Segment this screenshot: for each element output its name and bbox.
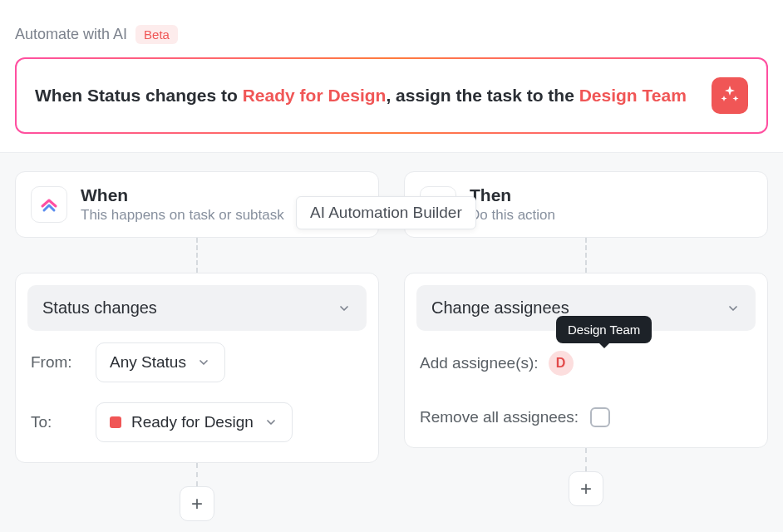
from-label: From: <box>31 353 82 372</box>
add-trigger-button[interactable]: + <box>180 486 214 521</box>
when-title: When <box>81 185 284 205</box>
connector-line <box>585 448 587 471</box>
when-body-card: Status changes From: Any Status To: <box>15 273 379 463</box>
to-label: To: <box>31 413 82 431</box>
to-row: To: Ready for Design <box>27 402 367 442</box>
when-app-icon <box>31 186 67 223</box>
sparkle-icon <box>720 84 740 107</box>
page-title: Automate with AI <box>15 26 127 43</box>
connector-line <box>196 238 198 273</box>
from-row: From: Any Status <box>27 342 367 382</box>
chevron-down-icon <box>263 415 278 430</box>
ai-prompt-bar[interactable]: When Status changes to Ready for Design,… <box>15 57 768 134</box>
connector-line <box>196 463 198 486</box>
then-body-card: Change assignees Design Team Add assigne… <box>404 273 768 448</box>
to-status-select[interactable]: Ready for Design <box>96 402 293 442</box>
plus-icon: + <box>191 492 203 515</box>
add-action-button[interactable]: + <box>569 471 603 506</box>
trigger-select-label: Status changes <box>42 298 157 318</box>
remove-assignees-label: Remove all assignees: <box>420 408 579 426</box>
add-assignee-row: Design Team Add assignee(s): D <box>416 351 756 376</box>
remove-assignees-checkbox[interactable] <box>590 407 610 427</box>
status-color-swatch <box>110 416 121 428</box>
beta-badge: Beta <box>135 25 178 44</box>
plus-icon: + <box>580 477 592 500</box>
chevron-down-icon <box>196 355 211 370</box>
ai-prompt-text: When Status changes to Ready for Design,… <box>35 84 687 107</box>
add-assignee-label: Add assignee(s): <box>420 354 539 372</box>
page-header: Automate with AI Beta <box>0 0 783 51</box>
ai-builder-floating-label: AI Automation Builder <box>296 196 476 229</box>
then-subtitle: Do this action <box>470 207 555 224</box>
ai-generate-button[interactable] <box>712 77 748 114</box>
chevron-down-icon <box>337 301 352 316</box>
trigger-select[interactable]: Status changes <box>27 285 367 331</box>
action-select-label: Change assignees <box>431 298 569 318</box>
from-status-select[interactable]: Any Status <box>96 342 225 382</box>
assignee-tooltip: Design Team <box>556 316 652 343</box>
from-status-value: Any Status <box>110 353 186 372</box>
assignee-avatar[interactable]: D <box>549 351 574 376</box>
chevron-down-icon <box>726 301 741 316</box>
connector-line <box>585 238 587 273</box>
when-subtitle: This happens on task or subtask <box>81 207 284 224</box>
remove-assignees-row: Remove all assignees: <box>416 407 756 427</box>
assignee-initial: D <box>556 356 566 371</box>
to-status-value: Ready for Design <box>131 413 254 431</box>
then-title: Then <box>470 185 555 205</box>
